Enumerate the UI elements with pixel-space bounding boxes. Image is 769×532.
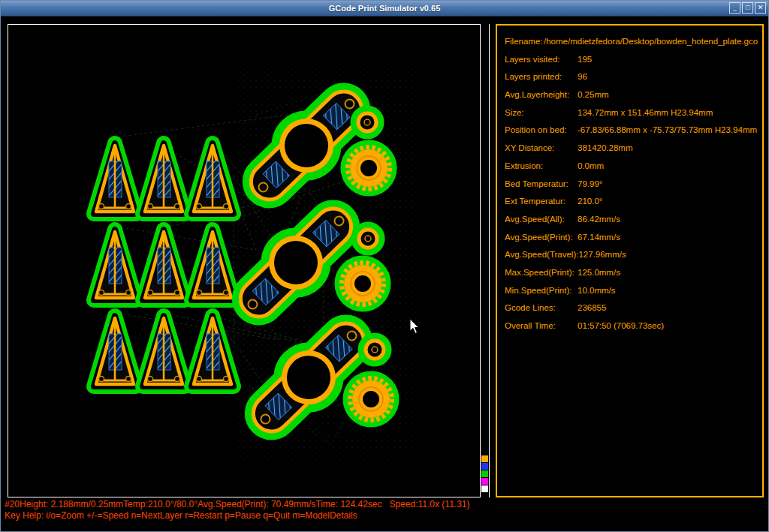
stat-row: Avg.Speed(Travel):127.96mm/s [505,246,758,264]
stat-value: 0.0mm [578,161,604,170]
stat-row: Layers printed:96 [505,68,758,86]
stat-label: Layers visited: [505,51,578,69]
stat-row: Extrusion:0.0mm [505,158,758,176]
stat-row: Avg.Layerheight:0.25mm [505,86,758,104]
stat-label: Avg.Speed(All): [505,211,578,229]
render-viewport[interactable] [8,24,481,497]
stat-value: 125.0mm/s [578,268,620,277]
stat-label: Position on bed: [505,122,578,140]
stat-row: Avg.Speed(All):86.42mm/s [505,211,758,229]
stat-label: Avg.Layerheight: [505,86,578,104]
bracket-parts [94,143,234,386]
stat-value: 10.0mm/s [578,286,616,295]
stat-row: Size:134.72mm x 151.46mm H23.94mm [505,104,758,122]
stat-row: Max.Speed(Print):125.0mm/s [505,264,758,282]
stat-value: /home/mdietzfedora/Desktop/bowden_hotend… [544,37,758,46]
stat-value: 86.42mm/s [578,215,620,224]
window-controls: _ □ ✕ [729,2,766,14]
status-line-current-layer: #20Height: 2.188mm/0.25mmTemp:210.0°/80.… [5,499,470,509]
stats-rows: Filename:/home/mdietzfedora/Desktop/bowd… [505,33,758,335]
minimize-button[interactable]: _ [729,2,740,14]
stat-value: 210.0° [578,197,602,206]
stat-label: Gcode Lines: [505,299,578,317]
stat-row: Overall Time:01:57:50 (7069.73sec) [505,317,758,335]
stat-value: 195 [578,55,592,64]
stat-label: Min.Speed(Print): [505,282,578,300]
stat-label: XY Distance: [505,140,578,158]
stat-value: 381420.28mm [578,143,633,152]
stat-value: 67.14mm/s [578,233,620,242]
legend-swatch [481,455,488,462]
stat-row: Position on bed:-67.83/66.88mm x -75.73/… [505,122,758,140]
legend-swatch [481,463,488,470]
stat-label: Ext Temperatur: [505,193,578,211]
stat-row: Filename:/home/mdietzfedora/Desktop/bowd… [505,33,758,51]
stat-label: Extrusion: [505,158,578,176]
stats-panel: Filename:/home/mdietzfedora/Desktop/bowd… [496,24,764,497]
maximize-button[interactable]: □ [742,2,753,14]
stat-row: Avg.Speed(Print):67.14mm/s [505,229,758,247]
stat-label: Max.Speed(Print): [505,264,578,282]
stat-value: 134.72mm x 151.46mm H23.94mm [578,108,713,117]
stat-value: -67.83/66.88mm x -75.73/75.73mm H23.94mm [578,125,757,134]
stat-value: 79.99° [578,179,602,188]
stat-label: Size: [505,104,578,122]
app-window: GCode Print Simulator v0.65 _ □ ✕ [0,0,769,532]
legend-swatch [481,485,488,492]
window-title: GCode Print Simulator v0.65 [329,4,441,13]
stat-label: Avg.Speed(Print): [505,229,578,247]
stat-value: 96 [578,72,587,81]
stat-label: Filename: [505,33,544,51]
stat-row: Bed Temperatur:79.99° [505,176,758,194]
stat-value: 127.96mm/s [578,250,626,259]
stat-label: Avg.Speed(Travel): [505,246,578,264]
stat-row: Ext Temperatur:210.0° [505,193,758,211]
stat-value: 01:57:50 (7069.73sec) [578,321,664,330]
legend-swatch [481,478,488,485]
status-line-key-help: Key Help: i/o=Zoom +/-=Speed n=NextLayer… [5,510,357,521]
print-preview [8,25,480,497]
stat-label: Layers printed: [505,68,578,86]
stat-label: Overall Time: [505,317,578,335]
color-legend [481,455,488,492]
stat-value: 0.25mm [578,90,609,99]
stat-value: 236855 [578,303,606,312]
stat-row: Layers visited:195 [505,51,758,69]
close-button[interactable]: ✕ [755,2,766,14]
titlebar[interactable]: GCode Print Simulator v0.65 _ □ ✕ [1,1,768,17]
legend-swatch [481,470,488,477]
stat-row: Gcode Lines:236855 [505,299,758,317]
stat-row: Min.Speed(Print):10.0mm/s [505,282,758,300]
stat-label: Bed Temperatur: [505,176,578,194]
stat-row: XY Distance:381420.28mm [505,140,758,158]
panel-divider [489,24,490,497]
